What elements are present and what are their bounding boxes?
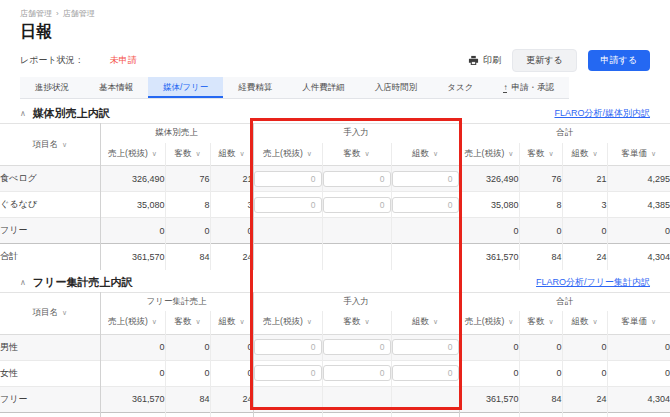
tab-bar: 進捗状況基本情報媒体/フリー経費精算人件費詳細入店時間別タスク↑申請・承認 xyxy=(20,77,569,99)
row-name: フリー xyxy=(0,386,100,412)
cell-empty xyxy=(322,412,391,417)
column-header[interactable]: 組数∨ xyxy=(210,143,253,166)
sort-caret-icon: ∨ xyxy=(592,150,597,157)
tab-申請・承認[interactable]: ↑申請・承認 xyxy=(488,77,569,98)
breadcrumb: 店舗管理 › 店舗管理 xyxy=(0,0,670,19)
manual-input[interactable] xyxy=(254,197,322,213)
update-button[interactable]: 更新する xyxy=(512,49,576,72)
manual-cell xyxy=(253,334,322,360)
manual-input[interactable] xyxy=(323,339,391,355)
manual-input[interactable] xyxy=(392,339,459,355)
flaro-analysis-link[interactable]: FLARO分析/媒体別内訳 xyxy=(554,107,650,120)
cell-value: 0 xyxy=(607,360,670,386)
cell-value: 76 xyxy=(519,166,562,192)
manual-input[interactable] xyxy=(392,171,459,187)
cell-value: 4,304 xyxy=(607,244,670,270)
print-button[interactable]: 印刷 xyxy=(468,54,501,67)
column-header-item[interactable]: 項目名∨ xyxy=(0,292,100,334)
cell-value: 21 xyxy=(562,166,607,192)
collapse-caret-icon[interactable]: ∧ xyxy=(20,278,26,287)
tab-経費精算[interactable]: 経費精算 xyxy=(223,77,287,98)
manual-input[interactable] xyxy=(254,171,322,187)
group-header: 合計 xyxy=(459,292,670,311)
breadcrumb-item[interactable]: 店舗管理 xyxy=(63,8,95,19)
cell-value: 4,385 xyxy=(607,192,670,218)
sort-caret-icon: ∨ xyxy=(548,150,553,157)
column-header-label: 売上(税抜) xyxy=(263,316,303,326)
group-header: フリー集計売上 xyxy=(100,292,253,311)
upload-icon: ↑ xyxy=(503,84,507,93)
column-header-label: 項目名 xyxy=(32,307,58,317)
column-header[interactable]: 組数∨ xyxy=(210,311,253,334)
tab-label: 人件費詳細 xyxy=(302,82,345,94)
cell-value: 8 xyxy=(165,192,210,218)
sort-caret-icon: ∨ xyxy=(364,318,369,325)
page-title: 日報 xyxy=(20,22,650,41)
row-name: 合計 xyxy=(0,244,100,270)
column-header[interactable]: 組数∨ xyxy=(391,311,459,334)
sort-caret-icon: ∨ xyxy=(508,318,513,325)
cell-empty xyxy=(253,386,322,412)
column-header[interactable]: 客数∨ xyxy=(165,143,210,166)
tab-入店時間別[interactable]: 入店時間別 xyxy=(360,77,433,98)
row-name: 男性 xyxy=(0,334,100,360)
column-header[interactable]: 客数∨ xyxy=(519,311,562,334)
manual-input[interactable] xyxy=(323,197,391,213)
cell-value: 326,490 xyxy=(100,166,165,192)
column-header[interactable]: 売上(税抜)∨ xyxy=(253,311,322,334)
cell-value xyxy=(210,412,253,417)
manual-input[interactable] xyxy=(392,365,459,381)
section-title: フリー集計売上内訳 xyxy=(33,275,133,290)
status-row: レポート状況： 未申請 印刷 更新する 申請する xyxy=(20,49,650,71)
report-status-value: 未申請 xyxy=(110,54,137,67)
flaro-analysis-link[interactable]: FLARO分析/フリー集計内訳 xyxy=(536,276,650,289)
table-row: 女性0000000 xyxy=(0,360,670,386)
manual-input[interactable] xyxy=(323,365,391,381)
column-header[interactable]: 売上(税抜)∨ xyxy=(459,311,519,334)
column-header[interactable]: 客数∨ xyxy=(519,143,562,166)
column-header-label: 客数 xyxy=(343,316,360,326)
tab-label: 申請・承認 xyxy=(511,82,554,94)
manual-input[interactable] xyxy=(254,365,322,381)
tab-人件費詳細[interactable]: 人件費詳細 xyxy=(287,77,360,98)
cell-value xyxy=(165,412,210,417)
column-header[interactable]: 売上(税抜)∨ xyxy=(459,143,519,166)
column-header[interactable]: 売上(税抜)∨ xyxy=(253,143,322,166)
cell-value: 24 xyxy=(210,244,253,270)
manual-input[interactable] xyxy=(254,339,322,355)
column-header[interactable]: 売上(税抜)∨ xyxy=(100,143,165,166)
column-header[interactable]: 組数∨ xyxy=(391,143,459,166)
manual-cell xyxy=(391,334,459,360)
column-header[interactable]: 売上(税抜)∨ xyxy=(100,311,165,334)
column-header-label: 組数 xyxy=(571,148,588,158)
column-header-item[interactable]: 項目名∨ xyxy=(0,124,100,166)
column-header[interactable]: 客数∨ xyxy=(322,143,391,166)
media-sales-table: 項目名∨媒体別売上手入力合計売上(税抜)∨客数∨組数∨売上(税抜)∨客数∨組数∨… xyxy=(0,123,670,270)
column-header[interactable]: 客数∨ xyxy=(165,311,210,334)
tab-媒体/フリー[interactable]: 媒体/フリー xyxy=(148,77,223,98)
cell-value: 0 xyxy=(210,334,253,360)
manual-input[interactable] xyxy=(392,197,459,213)
manual-input[interactable] xyxy=(323,171,391,187)
cell-value: 21 xyxy=(210,166,253,192)
cell-value: 3 xyxy=(210,192,253,218)
column-header[interactable]: 客単価∨ xyxy=(607,311,670,334)
tab-基本情報[interactable]: 基本情報 xyxy=(84,77,148,98)
tab-タスク[interactable]: タスク xyxy=(432,77,488,98)
data-table: 項目名∨フリー集計売上手入力合計売上(税抜)∨客数∨組数∨売上(税抜)∨客数∨組… xyxy=(0,292,670,417)
sort-caret-icon: ∨ xyxy=(195,150,200,157)
submit-button[interactable]: 申請する xyxy=(588,50,650,71)
column-header[interactable]: 組数∨ xyxy=(562,311,607,334)
cell-value: 361,570 xyxy=(100,386,165,412)
group-header: 媒体別売上 xyxy=(100,124,253,143)
tab-進捗状況[interactable]: 進捗状況 xyxy=(20,77,84,98)
breadcrumb-item[interactable]: 店舗管理 xyxy=(20,8,52,19)
cell-value: 76 xyxy=(165,166,210,192)
column-header[interactable]: 組数∨ xyxy=(562,143,607,166)
column-header-label: 組数 xyxy=(412,316,429,326)
cell-value: 0 xyxy=(459,360,519,386)
column-header[interactable]: 客数∨ xyxy=(322,311,391,334)
column-header[interactable]: 客単価∨ xyxy=(607,143,670,166)
sort-caret-icon: ∨ xyxy=(152,318,157,325)
collapse-caret-icon[interactable]: ∧ xyxy=(20,109,26,118)
